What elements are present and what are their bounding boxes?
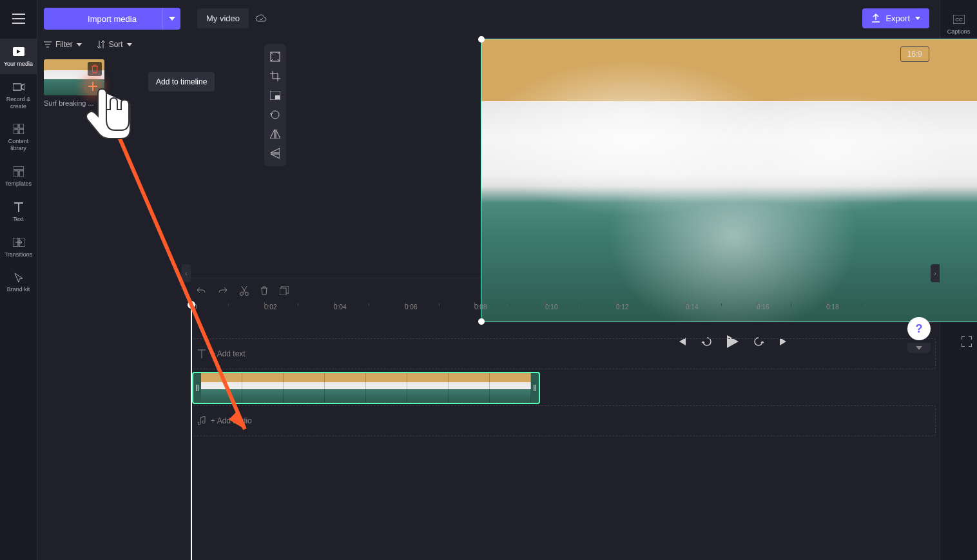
top-bar: My video Export xyxy=(187,0,940,36)
sidebar-label: Transitions xyxy=(5,251,33,258)
filter-label: Filter xyxy=(55,40,73,49)
undo-button[interactable] xyxy=(196,286,206,295)
clip-handle-right[interactable]: || xyxy=(531,373,539,403)
split-button[interactable] xyxy=(240,285,249,296)
text-icon xyxy=(198,349,206,358)
sidebar-item-transitions[interactable]: Transitions xyxy=(0,229,37,265)
brandkit-icon xyxy=(12,271,25,284)
collapse-right-panel[interactable]: › xyxy=(931,264,940,282)
filter-button[interactable]: Filter xyxy=(44,40,82,49)
svg-rect-15 xyxy=(275,95,280,99)
svg-rect-4 xyxy=(14,124,18,128)
help-expand[interactable] xyxy=(907,343,931,353)
ruler-tick: 0:18 xyxy=(826,304,838,311)
music-icon xyxy=(198,416,206,425)
rotate-tool[interactable] xyxy=(266,106,284,124)
sidebar-item-templates[interactable]: Templates xyxy=(0,159,37,194)
media-icon xyxy=(12,45,25,58)
timeline-tracks[interactable]: + Add text || || + Add audio xyxy=(187,319,940,561)
menu-button[interactable] xyxy=(6,6,31,31)
ruler-tick: 0:14 xyxy=(686,304,698,311)
sidebar-item-record-create[interactable]: Record & create xyxy=(0,74,37,117)
thumbnail-name: Surf breaking ... xyxy=(44,99,104,107)
redo-button[interactable] xyxy=(218,286,228,295)
export-label: Export xyxy=(885,14,910,23)
filter-icon xyxy=(44,41,52,48)
delete-button[interactable] xyxy=(260,286,268,295)
svg-rect-9 xyxy=(14,171,18,177)
sidebar-item-brand-kit[interactable]: Brand kit xyxy=(0,264,37,300)
svg-rect-6 xyxy=(14,130,18,134)
duplicate-button[interactable] xyxy=(280,286,289,295)
ruler-tick: 0:04 xyxy=(334,304,346,311)
ruler-tick: 0:06 xyxy=(405,304,417,311)
sort-button[interactable]: Sort xyxy=(97,40,132,49)
camera-icon xyxy=(12,81,25,93)
clip-frames xyxy=(201,373,531,403)
ruler-tick: 0:16 xyxy=(757,304,769,311)
fullscreen-button[interactable] xyxy=(962,336,972,347)
svg-point-17 xyxy=(240,293,244,296)
pip-tool[interactable] xyxy=(266,86,284,104)
thumbnail-image xyxy=(44,59,104,95)
templates-icon xyxy=(12,165,25,178)
timeline-ruler[interactable]: 0 0:02 0:04 0:06 0:08 0:10 0:12 0:14 0:1… xyxy=(187,304,940,319)
svg-text:CC: CC xyxy=(955,17,963,23)
sidebar-label: Brand kit xyxy=(7,286,30,293)
transitions-icon xyxy=(12,236,25,249)
chevron-down-icon xyxy=(77,43,82,46)
sort-label: Sort xyxy=(109,40,123,49)
upload-icon xyxy=(871,14,880,23)
sidebar-label: Your media xyxy=(4,61,33,68)
video-clip[interactable]: || || xyxy=(192,372,540,404)
audio-track[interactable]: + Add audio xyxy=(191,405,936,436)
sidebar-item-text[interactable]: Text xyxy=(0,194,37,229)
center-area: My video Export 16:9 xyxy=(187,0,940,560)
media-thumbnail[interactable]: Surf breaking ... xyxy=(44,59,104,107)
flip-h-tool[interactable] xyxy=(266,125,284,143)
resize-handle-tl[interactable] xyxy=(478,36,485,43)
captions-icon: CC xyxy=(953,13,965,26)
sidebar-label: Text xyxy=(13,216,24,223)
preview-area: 16:9 xyxy=(187,36,940,278)
sidebar-item-your-media[interactable]: Your media xyxy=(0,39,37,74)
svg-rect-2 xyxy=(13,84,21,90)
svg-rect-8 xyxy=(14,166,24,169)
crop-tool[interactable] xyxy=(266,67,284,85)
preview-toolbar xyxy=(264,44,286,166)
library-icon xyxy=(12,122,25,135)
help-button[interactable]: ? xyxy=(907,317,931,340)
flip-v-tool[interactable] xyxy=(266,144,284,162)
playhead[interactable] xyxy=(191,304,192,561)
sidebar-label: Captions xyxy=(947,28,971,35)
sidebar-item-captions[interactable]: CC Captions xyxy=(940,6,978,42)
plus-icon xyxy=(88,82,97,91)
sort-icon xyxy=(97,41,105,48)
sidebar-label: Content library xyxy=(1,138,36,152)
chevron-down-icon xyxy=(127,43,132,46)
import-dropdown[interactable] xyxy=(162,8,180,30)
sidebar-label: Templates xyxy=(5,180,32,188)
clip-handle-left[interactable]: || xyxy=(193,373,201,403)
delete-thumbnail-button[interactable] xyxy=(88,62,102,76)
chevron-down-icon xyxy=(915,17,920,20)
aspect-ratio-button[interactable]: 16:9 xyxy=(900,46,929,62)
text-track[interactable]: + Add text xyxy=(191,338,936,369)
svg-rect-10 xyxy=(19,171,24,177)
video-title-input[interactable]: My video xyxy=(197,8,249,28)
svg-rect-5 xyxy=(19,124,24,128)
cloud-sync-icon[interactable] xyxy=(255,14,267,23)
svg-rect-19 xyxy=(280,288,286,295)
add-to-timeline-button[interactable] xyxy=(84,77,102,95)
ruler-tick: 0:02 xyxy=(264,304,276,311)
import-media-button[interactable]: Import media xyxy=(44,8,180,30)
svg-rect-7 xyxy=(19,130,24,134)
media-panel: Import media Filter Sort Surf breaking .… xyxy=(37,0,187,560)
export-button[interactable]: Export xyxy=(862,8,929,28)
preview-frame[interactable] xyxy=(481,39,977,322)
sidebar-item-content-library[interactable]: Content library xyxy=(0,116,37,159)
fit-tool[interactable] xyxy=(266,48,284,66)
collapse-left-panel[interactable]: ‹ xyxy=(182,264,191,282)
add-audio-label: + Add audio xyxy=(211,416,252,425)
sidebar-label: Record & create xyxy=(1,96,36,110)
